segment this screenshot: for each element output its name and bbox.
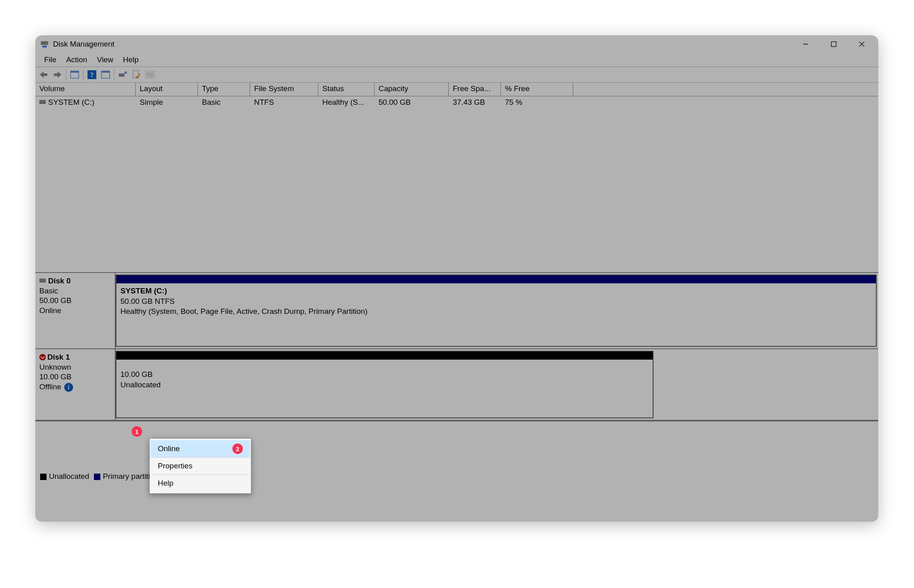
col-status[interactable]: Status [318,83,375,96]
window-title: Disk Management [53,40,792,49]
menu-view[interactable]: View [92,54,118,66]
volume-row[interactable]: SYSTEM (C:) Simple Basic NTFS Healthy (S… [35,96,878,107]
disk-icon [39,279,46,283]
app-icon [40,40,49,49]
forward-button[interactable] [52,69,63,80]
svg-rect-0 [41,41,48,45]
volume-table: SYSTEM (C:) Simple Basic NTFS Healthy (S… [35,96,878,273]
svg-rect-16 [119,73,124,77]
list-icon[interactable] [145,69,155,80]
disk1-info: Disk 1 Unknown 10.00 GB Offline i [35,349,116,420]
disk-check-icon[interactable] [131,69,142,80]
svg-rect-9 [54,73,57,76]
col-volume[interactable]: Volume [35,83,136,96]
menubar: File Action View Help [35,53,878,67]
toolbar: ? [35,67,878,83]
offline-icon [39,354,46,360]
volume-table-header: Volume Layout Type File System Status Ca… [35,83,878,96]
col-capacity[interactable]: Capacity [375,83,449,96]
svg-point-17 [124,71,127,74]
titlebar: Disk Management [35,35,878,53]
disk0-info: Disk 0 Basic 50.00 GB Online [35,273,116,348]
ctx-properties[interactable]: Properties [151,458,250,474]
col-filesystem[interactable]: File System [250,83,318,96]
properties-icon[interactable] [69,69,80,80]
close-button[interactable] [848,35,876,53]
svg-rect-3 [831,42,836,47]
minimize-button[interactable] [792,35,820,53]
svg-rect-7 [44,73,47,76]
legend-swatch-unallocated [40,474,47,480]
help-icon[interactable]: ? [87,69,97,80]
menu-help[interactable]: Help [118,54,143,66]
maximize-button[interactable] [820,35,848,53]
svg-marker-8 [57,71,61,78]
disk1-panel[interactable]: Disk 1 Unknown 10.00 GB Offline i 10.00 … [35,349,878,421]
svg-rect-1 [43,46,47,48]
drive-icon [39,100,46,104]
col-type[interactable]: Type [198,83,250,96]
ctx-help[interactable]: Help [151,475,250,492]
svg-marker-6 [40,71,44,78]
ctx-online[interactable]: Online 2 [151,440,250,457]
col-percent[interactable]: % Free [501,83,573,96]
refresh-icon[interactable] [100,69,111,80]
menu-action[interactable]: Action [61,54,92,66]
menu-file[interactable]: File [39,54,61,66]
legend-swatch-primary [94,474,100,480]
disk0-panel[interactable]: Disk 0 Basic 50.00 GB Online SYSTEM (C:)… [35,273,878,349]
settings-icon[interactable] [118,69,128,80]
svg-rect-11 [71,71,79,73]
callout-2: 2 [232,444,243,454]
svg-text:?: ? [90,71,94,79]
col-layout[interactable]: Layout [136,83,198,96]
callout-1: 1 [132,426,142,437]
back-button[interactable] [39,69,49,80]
col-free[interactable]: Free Spa... [449,83,501,96]
info-icon[interactable]: i [64,383,73,392]
context-menu: Online 2 Properties Help [149,438,251,494]
disk0-partition[interactable]: SYSTEM (C:) 50.00 GB NTFS Healthy (Syste… [116,275,877,347]
svg-rect-15 [102,71,110,73]
disk1-unallocated[interactable]: 10.00 GB Unallocated [116,351,653,418]
